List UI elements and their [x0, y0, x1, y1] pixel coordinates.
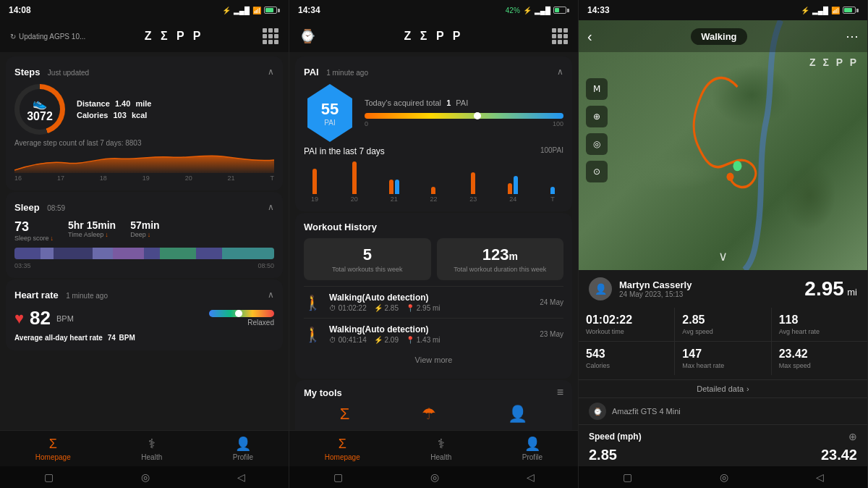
grid-menu-icon[interactable]: [263, 28, 278, 44]
tool-umbrella-icon[interactable]: ☂: [422, 405, 436, 424]
workout-stats: 5 Total workouts this week 123m Total wo…: [304, 238, 563, 280]
steps-chevron[interactable]: ∧: [268, 67, 274, 77]
sleep-metrics: 73 Sleep score↓ 5hr 15min Time Asleep↓ 5…: [14, 219, 274, 242]
tools-menu-icon[interactable]: ≡: [557, 386, 563, 399]
nav-health-2[interactable]: ⚕ Health: [430, 436, 451, 461]
steps-card: Steps Just updated ∧ 👟 3072 Distance: [6, 56, 283, 190]
status-icons-2: 42% ⚡ ▂▄█: [506, 7, 569, 14]
home-btn-2[interactable]: ◎: [430, 471, 439, 483]
bar-blue-T: [550, 187, 555, 194]
grid-menu-icon-2[interactable]: [552, 28, 568, 44]
steps-ring-inner: 👟 3072: [20, 89, 60, 130]
square-btn-2[interactable]: ▢: [333, 471, 343, 483]
nav-health-1[interactable]: ⚕ Health: [141, 436, 162, 461]
map-left-icons: Ⅿ ⊕ ◎ ⊙: [586, 78, 608, 182]
hr-header: Heart rate 1 minute ago ∧: [14, 288, 274, 301]
panel-3: 14:33 ⚡ ▂▄█ 📶: [579, 0, 868, 488]
bar-20: 20: [344, 158, 365, 203]
status-bar-2: 14:34 42% ⚡ ▂▄█: [289, 0, 578, 20]
battery-icon-2: [553, 7, 569, 14]
map-title-badge: Walking: [691, 28, 746, 45]
stat-max-hr: 147 Max heart rate: [675, 342, 770, 375]
speed-section: Speed (mph) ⊕ 2.85 23.42: [579, 424, 867, 466]
nav-homepage-1[interactable]: Σ Homepage: [35, 437, 71, 461]
back-btn-3[interactable]: ◁: [816, 471, 824, 483]
home-btn-3[interactable]: ◎: [720, 471, 728, 483]
square-btn-1[interactable]: ▢: [44, 471, 54, 483]
workout-meta-2: ⏱ 00:41:14 ⚡ 2.09 📍 1.43 mi: [329, 336, 532, 344]
sleep-header: Sleep 08:59 ∧: [14, 201, 274, 214]
workout-details-1: Walking(Auto detection) ⏱ 01:02:22 ⚡ 2.8…: [329, 293, 532, 312]
tools-header: My tools ≡: [304, 386, 563, 399]
pai-progress-dot: [474, 112, 481, 119]
pai-card: PAI 1 minute ago ∧ 55 PAI Today's acquir…: [295, 56, 572, 211]
logo-2: Z Σ P P: [404, 30, 464, 43]
map-expand-handle[interactable]: ∨: [718, 248, 728, 264]
bluetooth-icon-3: ⚡: [801, 7, 809, 14]
wifi-icon-3: 📶: [831, 7, 840, 14]
battery-icon-3: [843, 7, 859, 14]
tool-person-icon[interactable]: 👤: [508, 405, 527, 424]
time-3: 14:33: [587, 5, 610, 15]
back-btn-1[interactable]: ◁: [237, 471, 245, 483]
bar-T: T: [542, 158, 563, 203]
tool-sigma-icon[interactable]: Σ: [340, 405, 350, 424]
hr-chevron[interactable]: ∧: [268, 290, 274, 300]
detailed-data-link[interactable]: Detailed data ›: [579, 379, 867, 397]
deep-sleep-metric: 57min Deep↓: [130, 219, 159, 242]
pai-acquired: Today's acquired total 1 PAI: [365, 98, 563, 107]
hr-gauge-dot: [235, 310, 242, 317]
walk-icon-2: 🚶: [304, 326, 322, 343]
android-nav-1: ▢ ◎ ◁: [0, 466, 289, 488]
steps-foot-icon: 👟: [33, 96, 47, 110]
home-btn-1[interactable]: ◎: [141, 471, 150, 483]
avatar: 👤: [589, 277, 612, 300]
nav-profile-1[interactable]: 👤 Profile: [233, 436, 253, 461]
total-workouts-box: 5 Total workouts this week: [304, 238, 431, 280]
nav-profile-2[interactable]: 👤 Profile: [522, 436, 542, 461]
status-icons-1: ⚡ ▂▄█ 📶: [222, 7, 280, 14]
user-info: 👤 Martyn Casserly 24 May 2023, 15:13: [589, 277, 692, 300]
map-icon-eye[interactable]: ◎: [586, 133, 608, 155]
time-1: 14:08: [9, 5, 31, 15]
signal-icon: ▂▄█: [234, 7, 250, 14]
battery-42-icon: 42%: [506, 7, 520, 14]
map-container[interactable]: ‹ Walking ⋯ Z Σ P P Ⅿ ⊕ ◎ ⊙ ∨: [579, 20, 867, 270]
logo-1: Z Σ P P: [145, 30, 204, 43]
nav-homepage-2[interactable]: Σ Homepage: [325, 437, 360, 461]
sleep-times: 03:35 08:50: [14, 262, 274, 269]
svg-point-1: [726, 172, 733, 181]
workout-details-2: Walking(Auto detection) ⏱ 00:41:14 ⚡ 2.0…: [329, 324, 532, 344]
steps-main: 👟 3072 Distance 1.40 mile Calories 103: [14, 84, 274, 135]
pai-title-row: PAI 1 minute ago: [304, 65, 368, 78]
bar-24: 24: [502, 158, 524, 203]
speed-values: 2.85 23.42: [589, 447, 857, 463]
bar-orange-19: [312, 169, 317, 194]
view-more-btn[interactable]: View more: [304, 350, 563, 370]
sleep-chevron[interactable]: ∧: [268, 202, 274, 212]
speed-header: Speed (mph) ⊕: [589, 431, 857, 442]
square-btn-3[interactable]: ▢: [623, 471, 632, 483]
speed-expand-icon[interactable]: ⊕: [848, 431, 857, 442]
steps-ring: 👟 3072: [14, 84, 65, 135]
map-logo: Z Σ P P: [809, 56, 859, 68]
pai-progress-bar: [365, 113, 563, 119]
hr-title-row: Heart rate 1 minute ago: [14, 288, 108, 301]
map-icon-compass[interactable]: ⊕: [586, 106, 608, 127]
map-more-button[interactable]: ⋯: [846, 28, 859, 44]
back-btn-2[interactable]: ◁: [527, 471, 535, 483]
pai-progress-labels: 0 100: [365, 120, 563, 127]
pai-chevron[interactable]: ∧: [557, 67, 563, 77]
detail-panel: 👤 Martyn Casserly 24 May 2023, 15:13 2.9…: [579, 270, 867, 466]
pai-info: 55 PAI Today's acquired total 1 PAI: [304, 84, 563, 142]
user-row: 👤 Martyn Casserly 24 May 2023, 15:13 2.9…: [579, 270, 867, 303]
map-icon-location[interactable]: ⊙: [586, 161, 608, 182]
status-bar-1: 14:08 ⚡ ▂▄█ 📶: [0, 0, 289, 20]
map-icon-layers[interactable]: Ⅿ: [586, 78, 608, 100]
map-back-button[interactable]: ‹: [587, 28, 592, 45]
signal-icon-3: ▂▄█: [812, 7, 828, 14]
walk-icon-1: 🚶: [304, 294, 322, 311]
profile-icon: 👤: [235, 436, 251, 452]
bar-orange-20: [352, 161, 357, 194]
tools-icons-row: Σ ☂ 👤: [304, 399, 563, 426]
